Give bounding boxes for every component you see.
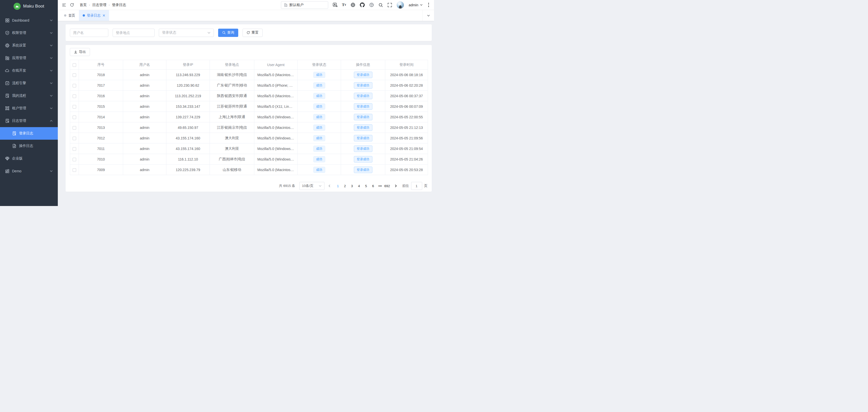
cell-ip: 120.225.239.79 — [166, 164, 210, 175]
sidebar-item-label: 权限管理 — [12, 31, 47, 35]
page-number[interactable]: 5 — [363, 184, 370, 188]
row-checkbox[interactable] — [73, 116, 76, 119]
sidebar-item-tenant[interactable]: 租户管理 — [0, 102, 58, 115]
page-number[interactable]: 2 — [342, 184, 348, 188]
status-badge: 成功 — [313, 125, 325, 131]
cell-user-agent: Mozilla/5.0 (Macintos… — [254, 164, 298, 175]
globe-icon[interactable] — [350, 2, 355, 7]
cell-ip: 120.230.90.62 — [166, 80, 210, 91]
gitee-icon[interactable] — [369, 2, 374, 7]
next-page-button[interactable] — [393, 184, 399, 187]
sidebar-item-label: Demo — [12, 169, 47, 173]
reset-button[interactable]: 重置 — [243, 29, 262, 37]
chevron-down-icon — [50, 57, 53, 60]
more-menu-icon[interactable] — [427, 2, 430, 7]
sidebar-collapse-icon[interactable] — [62, 3, 66, 7]
row-checkbox[interactable] — [73, 168, 76, 172]
sidebar-item-permission[interactable]: 权限管理 — [0, 27, 58, 39]
tenant-select[interactable]: 默认租户 — [281, 1, 328, 9]
status-filter-select[interactable]: 登录状态 — [159, 29, 214, 37]
export-button[interactable]: 导出 — [70, 48, 90, 56]
page-size-select[interactable]: 10条/页 — [299, 182, 324, 190]
app-logo[interactable]: Maku Boot — [0, 0, 58, 12]
table-row: 7009 admin 120.225.239.79 山东省|移动 Mozilla… — [70, 164, 428, 175]
fullscreen-icon[interactable] — [388, 3, 392, 7]
tab-dot-icon — [83, 14, 85, 17]
sidebar-item-operation-log[interactable]: 操作日志 — [0, 140, 58, 152]
column-header-status: 登录状态 — [298, 60, 341, 70]
sidebar-item-log[interactable]: 日志管理 — [0, 115, 58, 127]
breadcrumb-login-log: 登录日志 — [112, 3, 126, 7]
cell-username: admin — [123, 80, 166, 91]
page-number[interactable]: 6 — [370, 184, 377, 188]
page-number[interactable]: 3 — [348, 184, 355, 188]
tab-dropdown-button[interactable] — [423, 10, 434, 21]
prev-page-button[interactable] — [327, 184, 333, 187]
page-number[interactable]: 1 — [335, 184, 342, 188]
github-icon[interactable] — [360, 2, 365, 7]
row-checkbox[interactable] — [73, 147, 76, 151]
chevron-down-icon — [50, 31, 53, 34]
page-number[interactable]: 692 — [384, 184, 391, 188]
font-size-icon[interactable]: TT — [342, 3, 346, 7]
table-row: 7011 admin 43.155.174.160 澳大利亚 Mozilla/5… — [70, 144, 428, 154]
sidebar-item-application[interactable]: 应用管理 — [0, 52, 58, 64]
row-checkbox[interactable] — [73, 126, 76, 130]
table-row: 7010 admin 116.1.112.10 广西|桂林市|电信 Mozill… — [70, 154, 428, 164]
select-all-checkbox[interactable] — [73, 63, 76, 67]
translate-icon[interactable] — [333, 2, 338, 7]
filter-bar: 登录状态 查询 重置 — [66, 24, 432, 41]
page-number[interactable]: 4 — [355, 184, 363, 188]
cell-id: 7010 — [79, 154, 123, 164]
row-checkbox[interactable] — [73, 105, 76, 108]
chevron-down-icon — [50, 82, 53, 85]
cell-location: 江苏省|南京市|电信 — [210, 122, 254, 133]
avatar[interactable] — [397, 1, 404, 9]
sidebar-item-login-log[interactable]: 登录日志 — [0, 127, 58, 140]
sidebar-item-dashboard[interactable]: Dashboard — [0, 14, 58, 27]
sidebar-item-online-dev[interactable]: 在线开发 — [0, 64, 58, 77]
search-icon[interactable] — [378, 3, 383, 7]
sidebar-item-my-flow[interactable]: 我的流程 — [0, 89, 58, 102]
sidebar-item-label: 我的流程 — [12, 93, 47, 98]
pagination: 共 6915 条 10条/页 1 2 3 4 — [70, 182, 428, 190]
sidebar-item-system[interactable]: 系统设置 — [0, 39, 58, 52]
sidebar-item-label: 系统设置 — [12, 43, 47, 48]
cell-user-agent: Mozilla/5.0 (X11; Linu… — [254, 101, 298, 112]
sidebar-item-workflow[interactable]: 流程引擎 — [0, 77, 58, 89]
row-checkbox[interactable] — [73, 94, 76, 98]
breadcrumb-separator-icon: › — [89, 3, 90, 7]
page-number-list: 1 2 3 4 5 6 ••• 692 — [335, 184, 391, 188]
close-icon[interactable] — [102, 14, 105, 17]
row-checkbox[interactable] — [73, 158, 76, 161]
sidebar-item-label: 租户管理 — [12, 106, 47, 110]
demo-icon — [5, 169, 9, 173]
sidebar-item-enterprise[interactable]: 企业版 — [0, 152, 58, 165]
user-menu[interactable]: admin — [409, 3, 423, 7]
cell-username: admin — [123, 122, 166, 133]
breadcrumb-log-management[interactable]: 日志管理 — [92, 3, 106, 7]
breadcrumb-home[interactable]: 首页 — [80, 3, 87, 7]
tab-home[interactable]: 首页 — [60, 10, 79, 21]
page-number[interactable]: ••• — [377, 184, 384, 188]
location-filter-input[interactable] — [113, 29, 155, 37]
tab-login-log[interactable]: 登录日志 — [79, 10, 109, 21]
cell-time: 2024-05-05 21:09:54 — [385, 144, 428, 154]
row-checkbox[interactable] — [73, 137, 76, 140]
username-filter-input[interactable] — [70, 29, 108, 37]
chevron-down-icon — [207, 31, 211, 34]
goto-page-input[interactable] — [411, 182, 422, 190]
search-button[interactable]: 查询 — [218, 29, 238, 37]
goto-page: 前往 页 — [402, 182, 428, 190]
cell-location: 澳大利亚 — [210, 133, 254, 144]
page-size-value: 10条/页 — [302, 184, 314, 188]
refresh-icon[interactable] — [70, 3, 74, 7]
row-checkbox[interactable] — [73, 73, 76, 77]
operation-badge: 登录成功 — [354, 124, 372, 131]
sidebar-item-label: 日志管理 — [12, 119, 47, 123]
row-checkbox[interactable] — [73, 84, 76, 88]
tab-bar: 首页 登录日志 — [58, 10, 434, 21]
status-badge: 成功 — [313, 83, 325, 88]
sidebar-item-demo[interactable]: Demo — [0, 165, 58, 177]
cell-ip: 153.34.233.147 — [166, 101, 210, 112]
